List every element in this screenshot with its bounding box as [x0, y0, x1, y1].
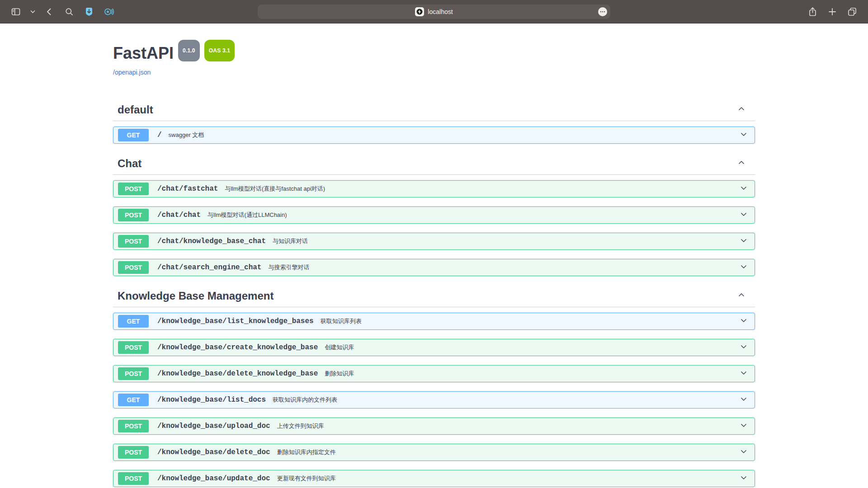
endpoint-summary: POST /knowledge_base/delete_knowledge_ba… — [113, 366, 755, 382]
section-header[interactable]: Knowledge Base Management — [113, 285, 755, 307]
section-body: GET /knowledge_base/list_knowledge_bases… — [113, 307, 755, 488]
chevron-down-icon — [30, 10, 35, 14]
back-button[interactable] — [42, 4, 57, 19]
endpoint-row[interactable]: POST /knowledge_base/create_knowledge_ba… — [113, 339, 755, 356]
section-title: Chat — [118, 157, 142, 170]
endpoint-description: 与llm模型对话(通过LLMChain) — [208, 211, 287, 219]
chevron-down-icon — [739, 342, 748, 353]
method-badge: POST — [118, 235, 149, 248]
section-header[interactable]: default — [113, 99, 755, 121]
endpoint-description: swagger 文档 — [169, 131, 204, 139]
sidebar-toggle-button[interactable] — [8, 4, 24, 19]
broadcast-extension-button[interactable] — [101, 4, 117, 19]
chevron-down-icon — [739, 316, 748, 327]
url-text: localhost — [428, 8, 453, 15]
api-title-text: FastAPI — [113, 44, 174, 62]
chevron-up-icon — [737, 158, 746, 169]
endpoint-description: 创建知识库 — [325, 343, 354, 352]
section-title: Knowledge Base Management — [118, 290, 274, 302]
section-title: default — [118, 103, 153, 116]
endpoint-row[interactable]: POST /knowledge_base/upload_doc 上传文件到知识库 — [113, 418, 755, 435]
shield-extension-button[interactable] — [81, 4, 97, 19]
endpoint-summary: POST /knowledge_base/upload_doc 上传文件到知识库 — [113, 418, 755, 434]
chevron-down-icon — [739, 236, 748, 247]
back-icon — [45, 7, 54, 16]
endpoint-path: /chat/knowledge_base_chat — [157, 237, 266, 245]
endpoint-row[interactable]: POST /knowledge_base/delete_doc 删除知识库内指定… — [113, 444, 755, 461]
chevron-down-icon — [739, 262, 748, 273]
chevron-down-icon — [739, 473, 748, 484]
method-badge: POST — [118, 472, 149, 485]
toolbar-right-group — [805, 4, 860, 19]
endpoint-description: 与知识库对话 — [273, 237, 308, 245]
endpoint-description: 获取知识库列表 — [321, 317, 362, 325]
tag-section: Chat POST /chat/fastchat 与llm模型对话(直接与fas… — [113, 153, 755, 276]
page-title: FastAPI 0.1.0 OAS 3.1 — [113, 42, 755, 64]
content-wrapper: FastAPI 0.1.0 OAS 3.1 /openapi.json defa… — [104, 23, 764, 488]
openapi-spec-link[interactable]: /openapi.json — [113, 69, 151, 76]
swagger-page: FastAPI 0.1.0 OAS 3.1 /openapi.json defa… — [0, 23, 868, 488]
endpoint-description: 更新现有文件到知识库 — [277, 474, 336, 483]
chevron-down-icon — [739, 130, 748, 141]
endpoint-summary: POST /knowledge_base/update_doc 更新现有文件到知… — [113, 470, 755, 487]
endpoint-row[interactable]: POST /knowledge_base/delete_knowledge_ba… — [113, 365, 755, 382]
chevron-down-icon — [739, 421, 748, 432]
site-favicon-bolt-icon — [415, 7, 424, 16]
tag-section: default GET / swagger 文档 — [113, 99, 755, 144]
chevron-down-icon — [739, 394, 748, 405]
endpoint-summary: POST /chat/fastchat 与llm模型对话(直接与fastchat… — [113, 181, 755, 197]
endpoint-description: 删除知识库内指定文件 — [277, 448, 336, 456]
endpoint-path: /chat/chat — [157, 211, 201, 219]
endpoint-path: /knowledge_base/list_knowledge_bases — [157, 317, 314, 325]
endpoint-row[interactable]: POST /knowledge_base/update_doc 更新现有文件到知… — [113, 470, 755, 487]
api-info: FastAPI 0.1.0 OAS 3.1 /openapi.json — [113, 23, 755, 76]
method-badge: POST — [118, 446, 149, 459]
plus-icon — [828, 8, 836, 16]
chevron-down-icon — [739, 447, 748, 458]
section-body: POST /chat/fastchat 与llm模型对话(直接与fastchat… — [113, 175, 755, 276]
toolbar-left-group — [8, 4, 117, 19]
endpoint-row[interactable]: POST /chat/chat 与llm模型对话(通过LLMChain) — [113, 206, 755, 224]
chevron-down-icon — [739, 368, 748, 379]
endpoint-row[interactable]: GET /knowledge_base/list_knowledge_bases… — [113, 313, 755, 330]
endpoint-row[interactable]: GET /knowledge_base/list_docs 获取知识库内的文件列… — [113, 391, 755, 408]
search-icon — [65, 7, 74, 16]
new-tab-button[interactable] — [825, 4, 840, 19]
endpoint-summary: POST /knowledge_base/create_knowledge_ba… — [113, 339, 755, 356]
endpoint-description: 上传文件到知识库 — [277, 422, 324, 430]
endpoint-path: /knowledge_base/list_docs — [157, 396, 266, 404]
endpoint-path: /knowledge_base/delete_doc — [157, 448, 270, 456]
browser-toolbar: localhost — [0, 0, 868, 23]
search-button[interactable] — [61, 4, 77, 19]
endpoint-description: 与搜索引擎对话 — [268, 263, 309, 272]
endpoint-row[interactable]: POST /chat/search_engine_chat 与搜索引擎对话 — [113, 259, 755, 276]
endpoint-path: /chat/search_engine_chat — [157, 263, 261, 272]
sidebar-icon — [11, 7, 21, 17]
endpoint-path: / — [157, 131, 162, 139]
share-button[interactable] — [805, 4, 820, 19]
endpoint-description: 与llm模型对话(直接与fastchat api对话) — [225, 185, 325, 193]
endpoint-row[interactable]: POST /chat/knowledge_base_chat 与知识库对话 — [113, 233, 755, 250]
endpoint-path: /knowledge_base/upload_doc — [157, 422, 270, 430]
section-header[interactable]: Chat — [113, 153, 755, 175]
sidebar-dropdown-button[interactable] — [28, 4, 37, 19]
chevron-down-icon — [739, 210, 748, 221]
endpoint-row[interactable]: GET / swagger 文档 — [113, 127, 755, 144]
oas-badge: OAS 3.1 — [204, 40, 235, 61]
broadcast-extension-icon — [104, 7, 114, 17]
method-badge: GET — [118, 129, 149, 141]
method-badge: GET — [118, 394, 149, 406]
version-badge: 0.1.0 — [178, 40, 200, 61]
section-body: GET / swagger 文档 — [113, 121, 755, 144]
ellipsis-icon — [600, 11, 605, 13]
address-bar[interactable]: localhost — [258, 5, 610, 19]
method-badge: POST — [118, 367, 149, 380]
endpoint-description: 获取知识库内的文件列表 — [273, 396, 337, 404]
endpoint-path: /knowledge_base/delete_knowledge_base — [157, 370, 318, 378]
endpoint-summary: GET /knowledge_base/list_knowledge_bases… — [113, 313, 755, 329]
endpoint-path: /chat/fastchat — [157, 185, 218, 193]
endpoint-summary: GET / swagger 文档 — [113, 127, 755, 143]
tab-overview-button[interactable] — [844, 4, 860, 19]
page-menu-button[interactable] — [598, 7, 607, 16]
endpoint-row[interactable]: POST /chat/fastchat 与llm模型对话(直接与fastchat… — [113, 180, 755, 197]
